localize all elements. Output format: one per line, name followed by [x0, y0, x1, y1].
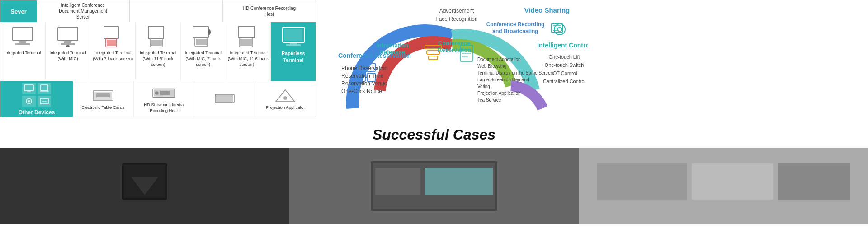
svg-point-29: [28, 100, 30, 102]
other-icon-1: [22, 83, 36, 94]
device-paperless-terminal: Paperless Terminal: [271, 22, 316, 81]
svg-rect-92: [425, 168, 493, 195]
svg-rect-1: [19, 41, 26, 43]
svg-rect-24: [24, 85, 33, 91]
svg-text:Reservation Time: Reservation Time: [341, 73, 384, 79]
device-2-icon: [56, 25, 80, 48]
server-name-2: [130, 0, 223, 22]
svg-text:Video Sharing: Video Sharing: [524, 6, 570, 14]
svg-point-6: [66, 45, 70, 47]
device-6-label: Integrated Terminal (With MIC, 11.6' bac…: [227, 50, 270, 67]
bottom-device-4-icon: [274, 88, 297, 103]
svg-point-37: [155, 91, 159, 95]
svg-rect-0: [13, 27, 33, 41]
svg-text:Face Recognition: Face Recognition: [435, 16, 477, 22]
device-3-label: Integrated Terminal (With 7' back screen…: [91, 50, 134, 62]
svg-rect-23: [286, 44, 301, 46]
svg-text:Document Annotation: Document Annotation: [477, 57, 521, 62]
svg-rect-7: [104, 26, 118, 39]
cases-section: Successful Cases: [0, 117, 868, 148]
bottom-device-4: Projection Applicator: [255, 81, 316, 117]
device-7-icon: [282, 25, 305, 48]
svg-rect-27: [40, 91, 49, 92]
svg-text:Tea Service: Tea Service: [477, 98, 501, 103]
svg-text:Advertisement: Advertisement: [439, 8, 474, 14]
svg-text:and Broadcasting: and Broadcasting: [492, 28, 538, 34]
svg-rect-13: [193, 26, 208, 38]
device-4-label: Integrated Terminal (With 11.6' back scr…: [137, 50, 179, 67]
bottom-device-3: [194, 81, 255, 117]
left-panel: Sever Intelligent ConferenceDocument Man…: [0, 0, 316, 117]
other-icon-3: [22, 96, 36, 107]
svg-text:Voting: Voting: [477, 84, 490, 89]
svg-marker-41: [276, 90, 295, 102]
svg-text:Conference Recording: Conference Recording: [486, 21, 545, 28]
device-integrated-mic-7back: Integrated Terminal (With MIC, 7' back s…: [181, 22, 226, 81]
svg-text:One-Click Notice: One-Click Notice: [341, 88, 382, 94]
svg-rect-52: [429, 56, 438, 60]
other-devices-label: Other Devices: [19, 109, 55, 116]
svg-rect-96: [778, 163, 850, 200]
other-devices-icons: [22, 83, 51, 107]
svg-rect-95: [692, 163, 773, 200]
device-4-icon: [146, 25, 170, 48]
device-2-label: Integrated Terminal (With MIC): [47, 50, 90, 62]
svg-point-16: [208, 29, 211, 35]
device-integrated-7back: Integrated Terminal (With 7' back screen…: [90, 22, 136, 81]
svg-rect-9: [107, 40, 116, 46]
image-2: [289, 148, 579, 224]
device-1-label: Integrated Terminal: [5, 50, 41, 56]
device-5-icon: [191, 25, 215, 48]
svg-rect-3: [58, 27, 78, 41]
device-3-icon: [101, 25, 125, 48]
server-name-1: Intelligent ConferenceDocument Managemen…: [37, 0, 130, 22]
svg-rect-91: [375, 168, 420, 195]
images-row: [0, 148, 868, 224]
svg-text:Conference Reservation: Conference Reservation: [338, 52, 411, 59]
svg-rect-25: [27, 91, 31, 92]
svg-rect-40: [216, 95, 233, 102]
svg-rect-21: [284, 29, 302, 41]
sever-label: Sever: [0, 0, 37, 22]
svg-text:Reservation Venue: Reservation Venue: [341, 80, 387, 87]
bottom-device-1: Electronic Table Cards: [73, 81, 134, 117]
svg-text:Information: Information: [376, 42, 409, 49]
main-content: Sever Intelligent ConferenceDocument Man…: [0, 0, 868, 117]
device-7-label: Paperless Terminal: [272, 50, 315, 64]
svg-rect-15: [196, 39, 207, 45]
svg-rect-2: [15, 43, 30, 45]
svg-rect-5: [61, 43, 75, 45]
image-1: [0, 148, 289, 224]
other-devices-box: Other Devices: [0, 81, 73, 117]
server-row: Sever Intelligent ConferenceDocument Man…: [0, 0, 316, 22]
bottom-device-3-icon: [213, 91, 236, 107]
svg-rect-94: [597, 163, 687, 200]
svg-rect-34: [96, 93, 110, 97]
svg-rect-26: [41, 85, 48, 91]
svg-text:Large Screen on Demand: Large Screen on Demand: [477, 77, 529, 82]
device-integrated-mic: Integrated Terminal (With MIC): [46, 22, 91, 81]
device-integrated-mic-11back: Integrated Terminal (With MIC, 11.6' bac…: [226, 22, 271, 81]
svg-rect-17: [238, 26, 255, 38]
svg-rect-19: [240, 39, 252, 46]
bottom-row: Other Devices Electronic Table Cards: [0, 81, 316, 117]
svg-rect-12: [151, 40, 162, 46]
devices-row: Integrated Terminal Integrated Terminal …: [0, 22, 316, 81]
other-icon-2: [38, 83, 51, 94]
svg-text:Projection Application: Projection Application: [477, 91, 521, 96]
svg-text:Web Browsing: Web Browsing: [477, 64, 506, 69]
device-1-icon: [11, 25, 34, 48]
bottom-device-cells: Electronic Table Cards HD Streaming Medi…: [73, 81, 316, 117]
svg-rect-4: [64, 41, 71, 43]
bottom-device-4-label: Projection Applicator: [266, 105, 305, 110]
svg-text:Phone Reservation: Phone Reservation: [341, 65, 387, 71]
device-5-label: Integrated Terminal (With MIC, 7' back s…: [182, 50, 225, 67]
bottom-device-2-icon: [152, 85, 175, 101]
svg-rect-10: [148, 26, 164, 39]
svg-point-42: [283, 96, 287, 100]
svg-text:One-touch Lift: One-touch Lift: [548, 54, 580, 60]
server-names: Intelligent ConferenceDocument Managemen…: [37, 0, 316, 22]
bottom-device-2: HD Streaming Media Encoding Host: [134, 81, 195, 117]
diagram-svg: Information Releasse Advertisement Face …: [316, 0, 588, 117]
device-integrated-11back: Integrated Terminal (With 11.6' back scr…: [136, 22, 181, 81]
